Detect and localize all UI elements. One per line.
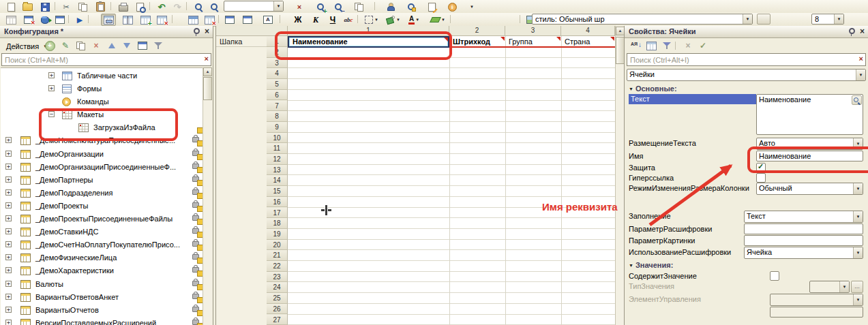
row-number-cell[interactable]: 8 [267,111,288,122]
text-color-dropdown[interactable]: А▼ [406,14,422,26]
row-number-cell[interactable]: 4 [267,68,288,79]
row-number-cell[interactable]: 13 [267,165,288,176]
tree-expander-icon[interactable]: + [5,254,12,260]
show-grid-icon[interactable] [185,14,200,26]
toolbar-options-dropdown[interactable]: ▼ [464,1,479,13]
column-header[interactable]: 4 [561,26,615,36]
row-number-cell[interactable]: 26 [267,304,288,315]
property-combobox[interactable]: Авто▼ [756,138,863,150]
chevron-down-icon[interactable]: ▼ [853,138,863,149]
filter-properties-icon[interactable] [659,40,674,52]
header-cell[interactable]: Страна [561,36,615,47]
row-number-cell[interactable]: 12 [267,154,288,165]
property-input[interactable]: Наименование [756,151,863,161]
grid-area[interactable] [288,47,615,325]
row-number-cell[interactable]: 23 [267,272,288,283]
chevron-down-icon[interactable]: ▼ [743,14,752,24]
new-document-icon[interactable] [3,1,18,13]
row-number-cell[interactable]: 17 [267,208,288,219]
duplicate-icon[interactable] [73,40,88,52]
property-combobox[interactable]: Ячейка▼ [744,247,863,259]
row-number-cell[interactable]: 9 [267,122,288,133]
print-icon[interactable] [116,1,131,13]
underline-button[interactable]: Ч [325,14,340,26]
row-number-cell[interactable]: 19 [267,229,288,240]
delete-cells-icon[interactable]: × [154,14,169,26]
filter-icon[interactable] [151,40,166,52]
tree-item[interactable]: +_ДемоПроектыПрисоединенныеФайлы [1,213,212,226]
add-icon[interactable]: + [42,40,57,52]
delete-icon[interactable]: × [89,40,104,52]
tree-expander-icon[interactable]: + [5,241,12,247]
pin-icon[interactable] [194,28,200,34]
selected-cell[interactable]: Наименование [288,36,449,48]
tree-expander-icon[interactable]: + [5,176,12,183]
row-number-cell[interactable]: 22 [267,261,288,272]
tree-item[interactable]: +Формы [1,82,212,95]
object-selector-combobox[interactable]: Ячейки ▼ [627,69,866,81]
move-down-icon[interactable] [119,40,134,52]
column-header[interactable]: 1 [288,26,449,36]
tree-item[interactable]: +_ДемоСтавкиНДС [1,226,212,238]
row-number-cell[interactable]: 10 [267,133,288,144]
background-color-dropdown[interactable]: ▼ [384,14,403,26]
row-number-cell[interactable]: 14 [267,175,288,186]
data-source-icon[interactable] [38,14,53,26]
search-options-icon[interactable] [404,1,419,13]
row-number-cell[interactable]: 16 [267,197,288,208]
tree-expander-icon[interactable]: + [5,267,12,273]
quick-search-combobox[interactable]: ▼ [224,1,284,12]
close-icon[interactable]: × [205,27,209,36]
zoom-in-icon[interactable]: + [313,1,328,13]
tree-item[interactable]: ЗагрузкаИзФайла [1,121,212,134]
tree-expander-icon[interactable]: − [48,111,55,117]
config-search-input[interactable] [1,53,211,66]
row-number-cell[interactable]: 24 [267,282,288,293]
chevron-down-icon[interactable]: ▼ [273,1,283,11]
column-header[interactable]: 2 [449,26,505,36]
cancel-icon[interactable]: × [680,40,695,52]
run-icon[interactable]: ▶ [72,14,87,26]
scroll-up-icon[interactable]: ▲ [203,67,212,76]
merge-cells-icon[interactable] [101,14,116,26]
tree-scrollbar[interactable]: ▲ [203,67,212,325]
tree-expander-icon[interactable]: + [5,307,12,313]
copy-icon[interactable] [75,1,90,13]
chevron-down-icon[interactable]: ▼ [629,87,633,91]
tree-item[interactable]: +_ДемоСчетНаОплатуПокупателюПрисо... [1,238,212,251]
row-number-cell[interactable]: 3 [267,58,288,69]
row-number-cell[interactable]: 7 [267,101,288,112]
tree-item[interactable]: +_ДемоОрганизацииПрисоединенныеФ... [1,161,212,174]
font-size-combobox[interactable]: 8 ▼ [811,14,844,25]
tree-expander-icon[interactable]: + [5,164,12,170]
font-script-icon[interactable]: abc [341,14,356,26]
clear-formatting-dropdown[interactable]: ▼ [428,14,448,26]
tree-item[interactable]: +_ДемоОрганизации [1,148,212,161]
style-combobox[interactable]: стиль: Обычный шр ▼ [532,14,753,25]
align-left-icon[interactable] [454,14,469,26]
sort-properties-icon[interactable]: АЯ [628,40,643,52]
row-number-cell[interactable]: 27 [267,315,288,325]
tree-expander-icon[interactable]: + [5,151,12,157]
edit-icon[interactable]: ✎ [58,40,73,52]
save-icon[interactable] [38,1,53,13]
property-combobox[interactable]: Текст▼ [744,211,863,223]
tree-item[interactable]: +Табличные части [1,69,212,82]
split-cells-icon[interactable] [120,14,135,26]
tree-item[interactable]: −Макеты [1,108,212,121]
tree-expander-icon[interactable]: + [5,202,12,208]
find-next-icon[interactable] [207,1,222,13]
tree-expander-icon[interactable]: + [5,320,12,325]
section-label-cell[interactable]: Шапка [216,36,267,47]
style-picker-button[interactable] [757,14,770,25]
sheet-properties-icon[interactable] [3,14,18,26]
magnifier-icon[interactable] [852,95,862,105]
row-number-cell[interactable]: 20 [267,240,288,251]
bold-button[interactable]: Ж [290,14,305,26]
select-all-corner[interactable] [216,26,288,36]
chevron-down-icon[interactable]: ▼ [853,247,863,258]
tree-item[interactable]: +_ДемоХарактеристики [1,264,212,277]
move-up-icon[interactable] [104,40,119,52]
row-number-cell[interactable]: 15 [267,186,288,197]
pin-icon[interactable] [849,28,855,34]
